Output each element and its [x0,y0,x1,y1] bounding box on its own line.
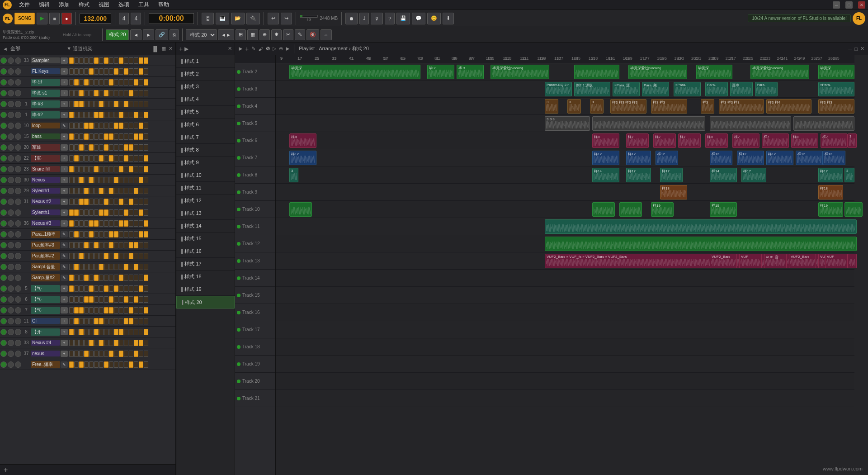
ch-fx-btn[interactable]: + [61,177,68,183]
pad[interactable] [74,188,79,194]
pad[interactable] [139,318,143,324]
pad[interactable] [94,166,99,172]
pad[interactable] [74,285,79,292]
ch-mute-btn[interactable] [8,253,14,259]
pad[interactable] [129,68,133,75]
pad[interactable] [139,112,143,118]
pad[interactable] [99,155,104,162]
track-block[interactable]: 样3 [701,99,714,114]
pad[interactable] [129,351,133,357]
pad[interactable] [109,188,113,194]
track-block[interactable] [793,116,854,131]
pad[interactable] [89,112,94,118]
pad[interactable] [74,79,79,86]
pad[interactable] [134,90,138,96]
ch-solo-btn[interactable] [15,57,21,64]
pad[interactable] [99,361,104,368]
track-row[interactable] [276,338,854,356]
pad[interactable] [79,166,84,172]
menu-help[interactable]: 帮助 [156,0,171,10]
pad[interactable] [69,177,74,183]
pattern-list-item[interactable]: ▐样式 1 [176,55,235,68]
pad[interactable] [134,188,138,194]
pad[interactable] [139,133,143,140]
pad[interactable] [84,253,89,259]
ch-name[interactable]: 毕竟·s1 [31,90,60,97]
ch-solo-btn[interactable] [15,90,21,96]
ch-fx-btn[interactable]: + [61,285,68,292]
snap-btn[interactable]: ⊞ [236,29,246,40]
pad[interactable] [139,296,143,303]
ch-mute-btn[interactable] [8,79,14,86]
channel-row[interactable]: 23 Snare fill + [0,164,175,175]
track-row[interactable]: 333样3 样3 样3 样3样3 样3样3样3 样3 样3样3 样4样3 样3 [276,98,854,115]
pad[interactable] [134,307,138,314]
ch-active-btn[interactable] [0,307,7,314]
draw-btn[interactable]: ✎ [295,29,305,40]
pad[interactable] [84,199,89,205]
playlist-maximize[interactable]: □ [854,46,858,52]
pad[interactable] [84,242,89,248]
pad[interactable] [74,199,79,205]
select-tool[interactable]: ▷ [273,46,276,52]
ch-mute-btn[interactable] [8,68,14,75]
pad[interactable] [144,57,148,64]
pad[interactable] [74,209,79,216]
track-row[interactable] [276,270,854,287]
pad[interactable] [124,242,128,248]
pad[interactable] [94,68,99,75]
pad[interactable] [119,264,123,270]
ch-mute-btn[interactable] [8,188,14,194]
channel-row[interactable]: 36 Nexus #3 + [0,218,175,229]
pad[interactable] [134,199,138,205]
ch-solo-btn[interactable] [15,112,21,118]
pad[interactable] [124,68,128,75]
pad[interactable] [139,166,143,172]
pad[interactable] [69,90,74,96]
pad[interactable] [84,68,89,75]
pad[interactable] [114,155,118,162]
pad[interactable] [99,242,104,248]
pad[interactable] [104,361,108,368]
pad[interactable] [84,318,89,324]
channel-row[interactable]: 1 毕·#2 + [0,109,175,120]
pad[interactable] [94,144,99,151]
pad[interactable] [74,264,79,270]
pad[interactable] [94,177,99,183]
track-block[interactable]: 样8 [791,133,818,148]
track-block[interactable]: 样12 [823,151,845,165]
pad[interactable] [69,79,74,86]
pad[interactable] [114,133,118,140]
pad[interactable] [114,307,118,314]
ch-solo-btn[interactable] [15,231,21,238]
track-block[interactable]: 样19 [651,202,674,217]
playlist-minimize[interactable]: ─ [849,46,852,52]
pad[interactable] [109,351,113,357]
pad[interactable] [74,144,79,151]
pad[interactable] [84,101,89,107]
ch-solo-btn[interactable] [15,242,21,248]
ch-solo-btn[interactable] [15,351,21,357]
ch-solo-btn[interactable] [15,133,21,140]
pad[interactable] [109,253,113,259]
ch-active-btn[interactable] [0,209,7,216]
track-row[interactable]: 样18样18 [276,184,854,201]
track-block[interactable]: 样17 [660,168,683,182]
pad[interactable] [124,166,128,172]
pad[interactable] [129,90,133,96]
pad[interactable] [129,329,133,335]
pad[interactable] [84,307,89,314]
ch-name[interactable]: Sylenth1 [31,188,60,194]
track-block[interactable]: 样8 [289,133,316,148]
ch-mute-btn[interactable] [8,123,14,129]
pad[interactable] [104,209,108,216]
pad[interactable] [74,112,79,118]
pad[interactable] [79,155,84,162]
rack-filter-btn[interactable]: ▼ 通道机架 [66,45,93,52]
ch-fx-btn[interactable]: + [61,166,68,172]
pad[interactable] [114,296,118,303]
pad[interactable] [129,264,133,270]
pad[interactable] [144,340,148,346]
pad[interactable] [139,123,143,129]
ch-mute-btn[interactable] [8,101,14,107]
